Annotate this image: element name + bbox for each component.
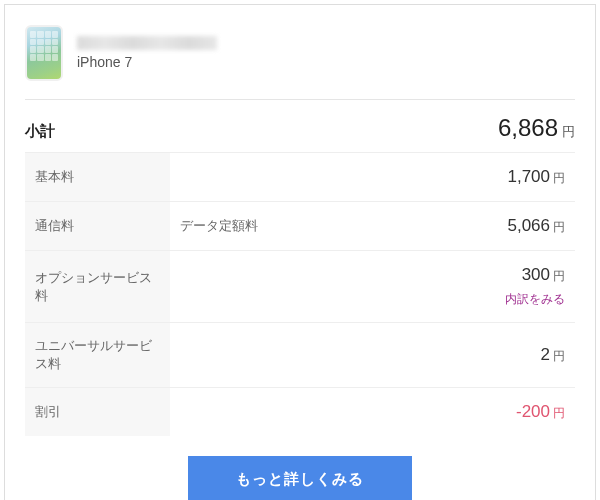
subtotal-label: 小計 [25,122,55,141]
billing-summary-card: iPhone 7 小計 6,868円 基本料1,700円通信料データ定額料5,0… [4,4,596,500]
table-row: 通信料データ定額料5,066円 [25,202,575,251]
table-row: ユニバーサルサービス料2円 [25,323,575,388]
table-row: 割引-200円 [25,388,575,437]
subtotal-amount-wrap: 6,868円 [498,114,575,142]
subtotal-unit: 円 [562,124,575,139]
subtotal-row: 小計 6,868円 [25,100,575,152]
subtotal-amount: 6,868 [498,114,558,141]
product-title-redacted [77,36,217,50]
row-amount-cell: 1,700円 [393,153,575,202]
row-amount: 5,066 [507,216,550,235]
row-amount: 1,700 [507,167,550,186]
more-details-button[interactable]: もっと詳しくみる [188,456,412,500]
product-name: iPhone 7 [77,54,217,70]
product-header: iPhone 7 [25,25,575,100]
table-row: 基本料1,700円 [25,153,575,202]
row-unit: 円 [553,171,565,185]
row-description [170,323,393,388]
button-wrap: もっと詳しくみる [25,436,575,500]
row-label: オプションサービス料 [25,251,170,323]
row-amount-cell: -200円 [393,388,575,437]
row-amount-cell: 2円 [393,323,575,388]
row-unit: 円 [553,220,565,234]
row-description [170,153,393,202]
row-label: 基本料 [25,153,170,202]
phone-thumbnail-icon [25,25,63,81]
row-amount: 300 [522,265,550,284]
row-description [170,251,393,323]
table-row: オプションサービス料300円内訳をみる [25,251,575,323]
row-amount-cell: 300円内訳をみる [393,251,575,323]
row-label: ユニバーサルサービス料 [25,323,170,388]
row-amount: -200 [516,402,550,421]
row-description [170,388,393,437]
row-unit: 円 [553,406,565,420]
row-unit: 円 [553,349,565,363]
row-label: 割引 [25,388,170,437]
row-amount-cell: 5,066円 [393,202,575,251]
breakdown-link[interactable]: 内訳をみる [403,291,565,308]
row-amount: 2 [541,345,550,364]
row-unit: 円 [553,269,565,283]
product-info: iPhone 7 [77,36,217,70]
row-description: データ定額料 [170,202,393,251]
billing-detail-table: 基本料1,700円通信料データ定額料5,066円オプションサービス料300円内訳… [25,152,575,436]
row-label: 通信料 [25,202,170,251]
